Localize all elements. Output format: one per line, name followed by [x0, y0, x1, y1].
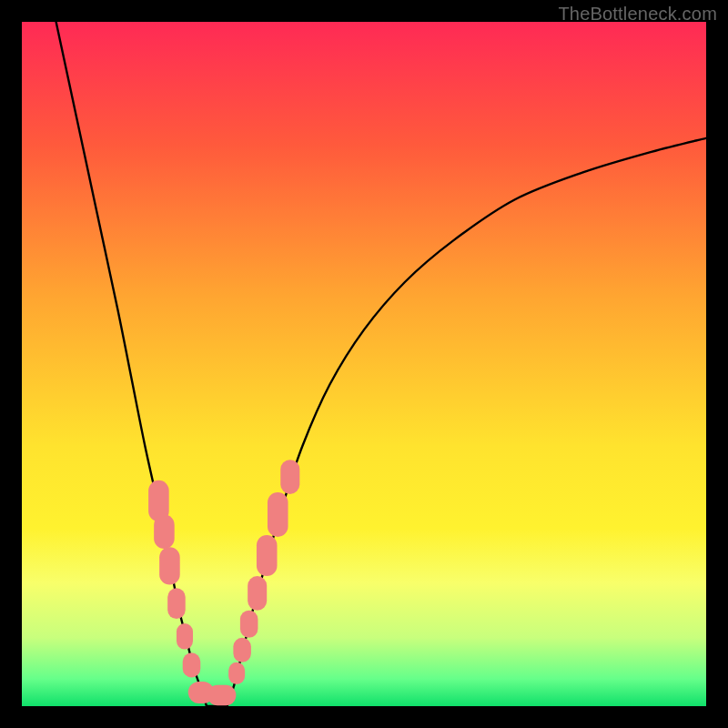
- marker-pill: [280, 460, 299, 494]
- marker-pill: [268, 492, 288, 537]
- marker-pill: [159, 547, 180, 584]
- marker-pill: [257, 535, 278, 576]
- chart-plot-area: [22, 22, 706, 706]
- chart-svg: [22, 22, 706, 706]
- chart-background: [22, 22, 706, 706]
- marker-pill: [167, 588, 186, 619]
- marker-pill: [183, 652, 201, 677]
- marker-pill: [248, 576, 267, 611]
- marker-pill: [233, 638, 251, 662]
- marker-pill: [207, 685, 237, 706]
- marker-pill: [240, 611, 258, 638]
- marker-pill: [154, 514, 175, 549]
- chart-frame: TheBottleneck.com: [0, 0, 728, 728]
- marker-pill: [177, 623, 193, 650]
- marker-pill: [228, 662, 245, 684]
